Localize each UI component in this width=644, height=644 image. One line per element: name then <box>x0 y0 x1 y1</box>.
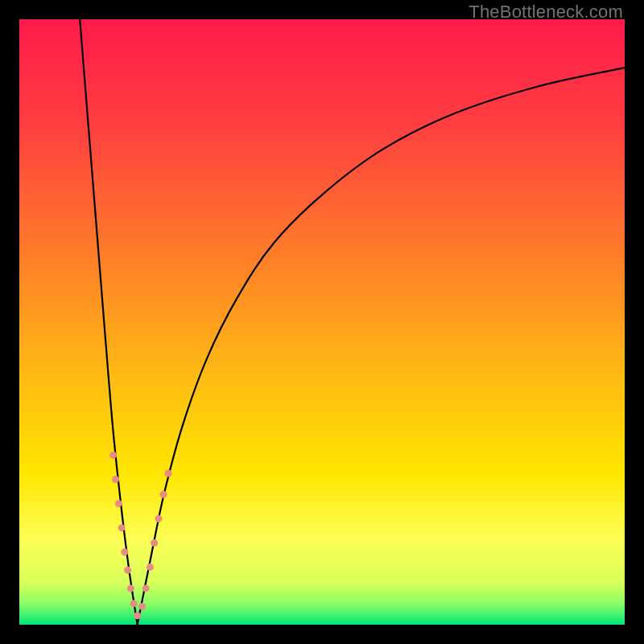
chart-frame <box>19 19 625 625</box>
highlight-dot <box>147 564 154 571</box>
highlight-dot <box>142 584 150 592</box>
highlight-dot <box>127 584 134 592</box>
watermark-text: TheBottleneck.com <box>469 2 623 23</box>
highlight-dot <box>130 600 138 607</box>
highlight-dot <box>121 548 128 555</box>
chart-svg <box>19 19 625 625</box>
highlight-dot <box>155 515 162 522</box>
highlight-dot <box>164 470 171 477</box>
highlight-dot <box>134 612 141 619</box>
highlight-dot <box>112 476 119 483</box>
highlight-dot <box>151 539 158 547</box>
highlight-dot <box>118 524 126 531</box>
chart-background <box>19 19 625 625</box>
highlight-dot <box>124 567 131 574</box>
highlight-dot <box>159 491 167 498</box>
highlight-dot <box>109 452 117 459</box>
highlight-dot <box>115 500 122 507</box>
highlight-dot <box>138 603 146 610</box>
